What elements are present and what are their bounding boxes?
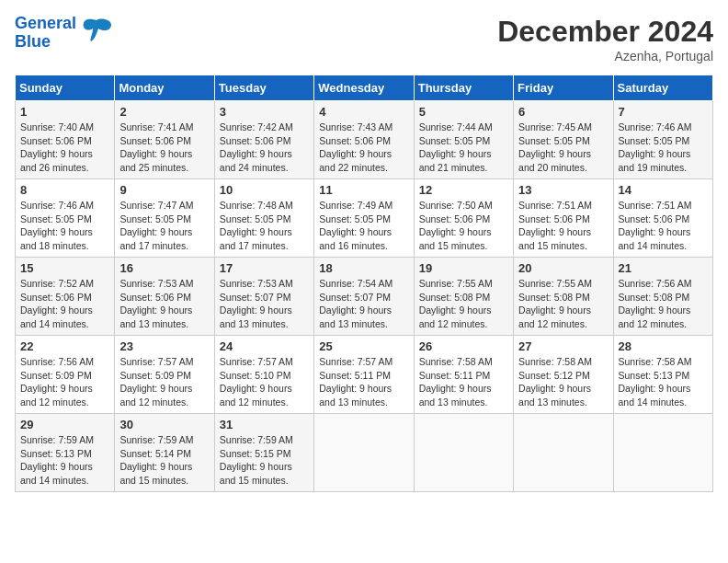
day-info-line: Sunrise: 7:47 AM bbox=[119, 199, 209, 213]
day-info-line: and 13 minutes. bbox=[518, 396, 608, 409]
day-info-line: and 17 minutes. bbox=[119, 239, 209, 253]
day-info-line: Sunset: 5:06 PM bbox=[119, 134, 209, 148]
calendar-day-cell bbox=[314, 414, 414, 492]
day-info-line: and 13 minutes. bbox=[119, 317, 209, 331]
day-info-line: Daylight: 9 hours bbox=[220, 382, 309, 396]
day-info-line: Daylight: 9 hours bbox=[619, 225, 708, 239]
day-info-line: Sunrise: 7:58 AM bbox=[619, 355, 708, 369]
day-info-line: Sunrise: 7:59 AM bbox=[20, 433, 109, 447]
day-info-line: Sunrise: 7:51 AM bbox=[518, 199, 608, 213]
day-number: 4 bbox=[319, 105, 408, 119]
day-info-line: Sunrise: 7:49 AM bbox=[319, 199, 408, 213]
day-info-line: and 14 minutes. bbox=[619, 239, 708, 253]
day-number: 31 bbox=[220, 418, 309, 431]
day-number: 29 bbox=[20, 418, 109, 431]
day-info-line: Daylight: 9 hours bbox=[518, 382, 608, 396]
day-info-line: Sunrise: 7:56 AM bbox=[619, 277, 708, 291]
day-info-line: Sunrise: 7:53 AM bbox=[220, 277, 309, 291]
logo: GeneralBlue bbox=[15, 15, 113, 52]
day-info-line: Daylight: 9 hours bbox=[419, 382, 508, 396]
day-info-line: Sunset: 5:10 PM bbox=[220, 369, 309, 383]
calendar-table: SundayMondayTuesdayWednesdayThursdayFrid… bbox=[15, 75, 713, 492]
day-info-line: Daylight: 9 hours bbox=[419, 225, 508, 239]
day-number: 24 bbox=[220, 339, 309, 353]
calendar-day-cell: 26Sunrise: 7:58 AMSunset: 5:11 PMDayligh… bbox=[414, 336, 513, 414]
day-info-line: and 12 minutes. bbox=[119, 396, 209, 409]
logo-text: GeneralBlue bbox=[15, 15, 76, 52]
day-number: 10 bbox=[220, 183, 309, 197]
day-info-line: and 12 minutes. bbox=[419, 317, 508, 331]
day-info-line: and 14 minutes. bbox=[20, 474, 109, 488]
day-info-line: and 12 minutes. bbox=[20, 396, 109, 409]
day-info-line: and 13 minutes. bbox=[220, 317, 309, 331]
day-info-line: Daylight: 9 hours bbox=[119, 304, 209, 317]
calendar-day-cell: 28Sunrise: 7:58 AMSunset: 5:13 PMDayligh… bbox=[613, 336, 712, 414]
calendar-day-cell: 9Sunrise: 7:47 AMSunset: 5:05 PMDaylight… bbox=[115, 179, 214, 258]
day-info-line: Sunset: 5:08 PM bbox=[619, 291, 708, 304]
day-info-line: Sunset: 5:08 PM bbox=[518, 291, 608, 304]
day-number: 27 bbox=[518, 339, 608, 353]
day-info-line: and 14 minutes. bbox=[20, 317, 109, 331]
day-info-line: Daylight: 9 hours bbox=[518, 147, 608, 161]
location-subtitle: Azenha, Portugal bbox=[497, 49, 713, 63]
day-info-line: Daylight: 9 hours bbox=[619, 147, 708, 161]
page-header: GeneralBlue December 2024 Azenha, Portug… bbox=[15, 15, 713, 63]
title-block: December 2024 Azenha, Portugal bbox=[497, 15, 713, 63]
day-info-line: Sunrise: 7:55 AM bbox=[419, 277, 508, 291]
day-info-line: and 14 minutes. bbox=[619, 396, 708, 409]
day-info-line: Daylight: 9 hours bbox=[220, 225, 309, 239]
day-info-line: and 12 minutes. bbox=[619, 317, 708, 331]
day-info-line: Daylight: 9 hours bbox=[518, 304, 608, 317]
day-number: 19 bbox=[419, 261, 508, 275]
day-info-line: Daylight: 9 hours bbox=[20, 225, 109, 239]
calendar-day-cell: 24Sunrise: 7:57 AMSunset: 5:10 PMDayligh… bbox=[214, 336, 313, 414]
day-info-line: Sunrise: 7:58 AM bbox=[419, 355, 508, 369]
day-info-line: and 15 minutes. bbox=[119, 474, 209, 488]
day-info-line: Sunrise: 7:56 AM bbox=[20, 355, 109, 369]
calendar-day-cell: 25Sunrise: 7:57 AMSunset: 5:11 PMDayligh… bbox=[314, 336, 414, 414]
day-info-line: Sunrise: 7:51 AM bbox=[619, 199, 708, 213]
calendar-day-cell bbox=[414, 414, 513, 492]
day-number: 18 bbox=[319, 261, 408, 275]
day-info-line: and 22 minutes. bbox=[319, 161, 408, 175]
day-info-line: Sunset: 5:06 PM bbox=[619, 213, 708, 226]
calendar-week-row: 8Sunrise: 7:46 AMSunset: 5:05 PMDaylight… bbox=[16, 179, 713, 258]
day-info-line: and 15 minutes. bbox=[419, 239, 508, 253]
day-info-line: and 17 minutes. bbox=[220, 239, 309, 253]
day-info-line: Daylight: 9 hours bbox=[518, 225, 608, 239]
calendar-day-cell: 6Sunrise: 7:45 AMSunset: 5:05 PMDaylight… bbox=[514, 101, 613, 179]
calendar-day-cell: 2Sunrise: 7:41 AMSunset: 5:06 PMDaylight… bbox=[115, 101, 214, 179]
calendar-day-cell: 3Sunrise: 7:42 AMSunset: 5:06 PMDaylight… bbox=[214, 101, 313, 179]
calendar-week-row: 15Sunrise: 7:52 AMSunset: 5:06 PMDayligh… bbox=[16, 258, 713, 336]
weekday-header: Wednesday bbox=[314, 75, 414, 101]
day-info-line: Sunset: 5:05 PM bbox=[419, 134, 508, 148]
day-info-line: Daylight: 9 hours bbox=[20, 382, 109, 396]
calendar-day-cell: 13Sunrise: 7:51 AMSunset: 5:06 PMDayligh… bbox=[514, 179, 613, 258]
day-info-line: and 15 minutes. bbox=[220, 474, 309, 488]
day-info-line: Sunrise: 7:42 AM bbox=[220, 121, 309, 134]
day-info-line: Daylight: 9 hours bbox=[319, 382, 408, 396]
day-info-line: Daylight: 9 hours bbox=[419, 304, 508, 317]
day-info-line: Sunset: 5:05 PM bbox=[220, 213, 309, 226]
day-info-line: Sunset: 5:05 PM bbox=[619, 134, 708, 148]
day-number: 13 bbox=[518, 183, 608, 197]
day-info-line: Daylight: 9 hours bbox=[119, 147, 209, 161]
day-number: 5 bbox=[419, 105, 508, 119]
calendar-header-row: SundayMondayTuesdayWednesdayThursdayFrid… bbox=[16, 75, 713, 101]
day-info-line: Sunrise: 7:54 AM bbox=[319, 277, 408, 291]
day-info-line: and 13 minutes. bbox=[419, 396, 508, 409]
weekday-header: Sunday bbox=[16, 75, 115, 101]
calendar-day-cell: 1Sunrise: 7:40 AMSunset: 5:06 PMDaylight… bbox=[16, 101, 115, 179]
calendar-day-cell: 14Sunrise: 7:51 AMSunset: 5:06 PMDayligh… bbox=[613, 179, 712, 258]
calendar-body: 1Sunrise: 7:40 AMSunset: 5:06 PMDaylight… bbox=[16, 101, 713, 492]
day-info-line: Sunrise: 7:44 AM bbox=[419, 121, 508, 134]
day-info-line: Daylight: 9 hours bbox=[319, 225, 408, 239]
day-info-line: Sunset: 5:05 PM bbox=[119, 213, 209, 226]
calendar-day-cell: 27Sunrise: 7:58 AMSunset: 5:12 PMDayligh… bbox=[514, 336, 613, 414]
day-info-line: Sunrise: 7:53 AM bbox=[119, 277, 209, 291]
calendar-day-cell: 11Sunrise: 7:49 AMSunset: 5:05 PMDayligh… bbox=[314, 179, 414, 258]
weekday-header: Friday bbox=[514, 75, 613, 101]
day-info-line: and 13 minutes. bbox=[319, 317, 408, 331]
day-info-line: Sunset: 5:13 PM bbox=[619, 369, 708, 383]
day-info-line: Daylight: 9 hours bbox=[20, 460, 109, 474]
